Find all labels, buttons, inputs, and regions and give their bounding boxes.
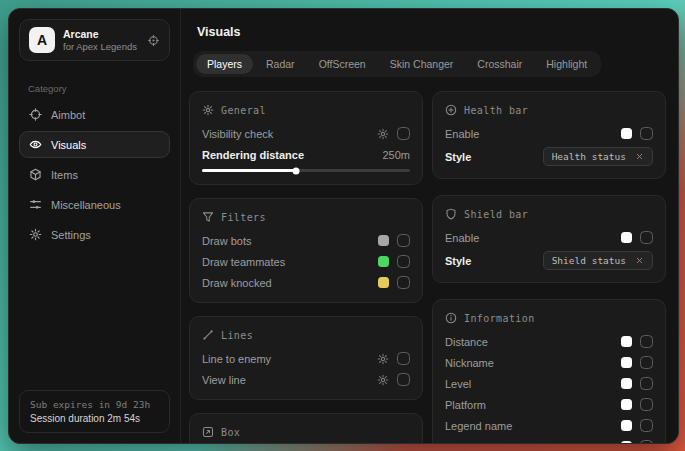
card-header-filters: Filters [202, 210, 410, 224]
sidebar-nav: AimbotVisualsItemsMiscellaneousSettings [9, 101, 180, 248]
card-lines: LinesLine to enemyView line [189, 316, 423, 400]
row-controls [378, 255, 410, 268]
gear-icon[interactable] [377, 128, 389, 140]
category-label: Category [28, 83, 180, 94]
sidebar-item-visuals[interactable]: Visuals [19, 131, 170, 158]
slider-value: 250m [382, 149, 410, 161]
checkbox[interactable] [640, 231, 653, 244]
tab-highlight[interactable]: Highlight [535, 54, 598, 74]
row-label-platform: Platform [445, 399, 486, 411]
color-swatch[interactable] [621, 232, 632, 243]
row-draw-knocked: Draw knocked [202, 273, 410, 292]
gear-icon[interactable] [377, 353, 389, 365]
tab-skin-changer[interactable]: Skin Changer [379, 54, 465, 74]
checkbox[interactable] [640, 335, 653, 348]
cube-icon [29, 168, 42, 181]
slider-knob[interactable] [292, 167, 299, 174]
card-header-lines: Lines [202, 328, 410, 342]
checkbox[interactable] [640, 356, 653, 369]
card-information: InformationDistanceNicknameLevelPlatform… [432, 299, 666, 443]
row-enable: Enable [445, 228, 653, 247]
row-controls [377, 352, 410, 365]
color-swatch[interactable] [621, 128, 632, 139]
row-label-line-to-enemy: Line to enemy [202, 353, 271, 365]
row-label-team-number: Team number [445, 441, 512, 444]
select-value: Health status [552, 151, 626, 162]
row-label-visibility-check: Visibility check [202, 128, 273, 140]
x-icon[interactable] [635, 256, 644, 265]
sidebar-item-aimbot[interactable]: Aimbot [19, 101, 170, 128]
color-swatch[interactable] [378, 256, 389, 267]
sidebar-item-label: Aimbot [51, 109, 85, 121]
slider-label-row: Rendering distance250m [202, 145, 410, 164]
select-health-status[interactable]: Health status [543, 147, 653, 166]
checkbox[interactable] [397, 352, 410, 365]
select-value: Shield status [552, 255, 626, 266]
slider-rendering-distance[interactable] [202, 169, 410, 172]
sidebar-item-miscellaneous[interactable]: Miscellaneous [19, 191, 170, 218]
session-duration-text: Session duration 2m 54s [30, 413, 159, 424]
row-draw-teammates: Draw teammates [202, 252, 410, 271]
row-label-enable: Enable [445, 232, 479, 244]
row-enable: Enable [445, 124, 653, 143]
color-swatch[interactable] [621, 378, 632, 389]
color-swatch[interactable] [621, 357, 632, 368]
row-controls [378, 234, 410, 247]
checkbox[interactable] [397, 373, 410, 386]
tab-offscreen[interactable]: OffScreen [308, 54, 377, 74]
subscription-card: Sub expires in 9d 23h Session duration 2… [19, 390, 170, 433]
color-swatch[interactable] [378, 277, 389, 288]
row-draw-bots: Draw bots [202, 231, 410, 250]
target-icon[interactable] [147, 34, 160, 47]
row-label-style: Style [445, 151, 471, 163]
sidebar-item-label: Items [51, 169, 78, 181]
card-title: Information [464, 313, 535, 324]
row-controls [377, 373, 410, 386]
row-team-number: Team number [445, 437, 653, 443]
sidebar-item-label: Miscellaneous [51, 199, 121, 211]
checkbox[interactable] [640, 419, 653, 432]
row-label-legend-name: Legend name [445, 420, 512, 432]
row-label-style: Style [445, 255, 471, 267]
select-shield-status[interactable]: Shield status [543, 251, 653, 270]
checkbox[interactable] [640, 127, 653, 140]
checkbox[interactable] [640, 398, 653, 411]
checkbox[interactable] [397, 234, 410, 247]
tab-radar[interactable]: Radar [255, 54, 306, 74]
color-swatch[interactable] [378, 235, 389, 246]
checkbox[interactable] [397, 255, 410, 268]
color-swatch[interactable] [621, 399, 632, 410]
x-icon[interactable] [635, 152, 644, 161]
health-icon [445, 104, 457, 116]
app-titles: Arcane for Apex Legends [63, 28, 139, 53]
row-distance: Distance [445, 332, 653, 351]
row-controls [621, 127, 653, 140]
sidebar-item-items[interactable]: Items [19, 161, 170, 188]
sliders-icon [29, 198, 42, 211]
card-header-information: Information [445, 311, 653, 325]
app-logo: A [29, 27, 55, 53]
checkbox[interactable] [640, 377, 653, 390]
tab-crosshair[interactable]: Crosshair [466, 54, 533, 74]
card-title: Shield bar [464, 209, 528, 220]
sidebar-item-settings[interactable]: Settings [19, 221, 170, 248]
column-right: Health barEnableStyleHealth statusShield… [432, 91, 666, 443]
row-nickname: Nickname [445, 353, 653, 372]
color-swatch[interactable] [621, 420, 632, 431]
row-controls [621, 377, 653, 390]
checkbox[interactable] [640, 440, 653, 443]
gear-icon[interactable] [377, 374, 389, 386]
slider-fill [202, 169, 296, 172]
tab-players[interactable]: Players [196, 54, 253, 74]
row-label-view-line: View line [202, 374, 246, 386]
row-controls [621, 231, 653, 244]
color-swatch[interactable] [621, 441, 632, 443]
checkbox[interactable] [397, 276, 410, 289]
card-header-health-bar: Health bar [445, 103, 653, 117]
row-label-level: Level [445, 378, 471, 390]
card-shield-bar: Shield barEnableStyleShield status [432, 195, 666, 283]
box-icon [202, 426, 214, 438]
card-health-bar: Health barEnableStyleHealth status [432, 91, 666, 179]
checkbox[interactable] [397, 127, 410, 140]
color-swatch[interactable] [621, 336, 632, 347]
